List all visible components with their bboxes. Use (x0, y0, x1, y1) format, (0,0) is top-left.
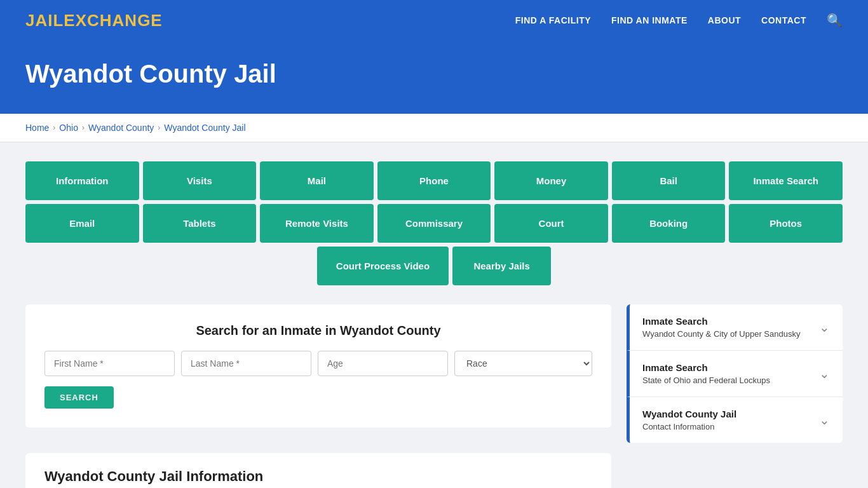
btn-photos[interactable]: Photos (729, 204, 843, 243)
page-title: Wyandot County Jail (25, 60, 843, 88)
header: JAILEXCHANGE FIND A FACILITY FIND AN INM… (0, 0, 868, 41)
race-select[interactable]: Race White Black Hispanic Asian Other (454, 351, 592, 376)
sidebar-card-1-subtitle: Wyandot County & City of Upper Sandusky (642, 329, 800, 339)
sidebar-card-2-title: Inmate Search (642, 362, 770, 373)
sidebar-card-contact[interactable]: Wyandot County Jail Contact Information … (627, 397, 843, 443)
breadcrumb-sep-2: › (82, 123, 85, 132)
logo[interactable]: JAILEXCHANGE (25, 11, 163, 30)
logo-exchange: EXCHANGE (64, 11, 162, 30)
main-nav: FIND A FACILITY FIND AN INMATE ABOUT CON… (515, 13, 843, 28)
nav-contact[interactable]: CONTACT (761, 15, 806, 25)
nav-about[interactable]: ABOUT (708, 15, 741, 25)
jail-info-section: Wyandot County Jail Information (25, 453, 611, 488)
breadcrumb-home[interactable]: Home (25, 123, 49, 133)
sidebar-card-1-title: Inmate Search (642, 316, 800, 327)
hero-section: Wyandot County Jail (0, 41, 868, 114)
btn-phone[interactable]: Phone (377, 161, 491, 200)
nav-find-inmate[interactable]: FIND AN INMATE (611, 15, 688, 25)
first-name-input[interactable] (44, 351, 175, 376)
btn-mail[interactable]: Mail (260, 161, 374, 200)
buttons-row-3: Court Process Video Nearby Jails (25, 247, 843, 285)
breadcrumb-wyandot-county[interactable]: Wyandot County (88, 123, 154, 133)
buttons-row-1: Information Visits Mail Phone Money Bail… (25, 161, 843, 200)
inmate-search-panel: Search for an Inmate in Wyandot County R… (25, 304, 611, 428)
age-input[interactable] (318, 351, 448, 376)
sidebar: Inmate Search Wyandot County & City of U… (627, 304, 843, 443)
btn-nearby-jails[interactable]: Nearby Jails (452, 247, 551, 285)
breadcrumb: Home › Ohio › Wyandot County › Wyandot C… (25, 123, 843, 133)
sidebar-card-inmate-search-2[interactable]: Inmate Search State of Ohio and Federal … (627, 351, 843, 397)
lower-section: Search for an Inmate in Wyandot County R… (25, 304, 843, 488)
btn-bail[interactable]: Bail (612, 161, 726, 200)
breadcrumb-sep-1: › (53, 123, 55, 132)
buttons-row-2: Email Tablets Remote Visits Commissary C… (25, 204, 843, 243)
breadcrumb-sep-3: › (158, 123, 160, 132)
btn-remote-visits[interactable]: Remote Visits (260, 204, 374, 243)
sidebar-card-2-subtitle: State of Ohio and Federal Lockups (642, 376, 770, 385)
btn-email[interactable]: Email (25, 204, 139, 243)
chevron-down-icon-3: ⌄ (819, 412, 830, 428)
logo-jail: JAIL (25, 11, 64, 30)
main-content: Information Visits Mail Phone Money Bail… (0, 142, 868, 488)
btn-visits[interactable]: Visits (143, 161, 257, 200)
btn-commissary[interactable]: Commissary (377, 204, 491, 243)
search-button[interactable]: SEARCH (44, 386, 114, 409)
breadcrumb-ohio[interactable]: Ohio (59, 123, 78, 133)
chevron-down-icon-2: ⌄ (819, 366, 830, 381)
sidebar-card-inmate-search-1[interactable]: Inmate Search Wyandot County & City of U… (627, 304, 843, 351)
sidebar-card-3-subtitle: Contact Information (642, 422, 736, 431)
btn-money[interactable]: Money (494, 161, 608, 200)
breadcrumb-bar: Home › Ohio › Wyandot County › Wyandot C… (0, 114, 868, 142)
last-name-input[interactable] (181, 351, 311, 376)
btn-information[interactable]: Information (25, 161, 139, 200)
sidebar-card-3-title: Wyandot County Jail (642, 409, 736, 419)
jail-info-title: Wyandot County Jail Information (44, 468, 592, 485)
chevron-down-icon-1: ⌄ (819, 320, 830, 335)
nav-find-facility[interactable]: FIND A FACILITY (515, 15, 591, 25)
btn-court[interactable]: Court (494, 204, 608, 243)
breadcrumb-current: Wyandot County Jail (164, 123, 245, 133)
search-panel-title: Search for an Inmate in Wyandot County (44, 323, 592, 338)
btn-booking[interactable]: Booking (612, 204, 726, 243)
btn-inmate-search[interactable]: Inmate Search (729, 161, 843, 200)
btn-tablets[interactable]: Tablets (143, 204, 257, 243)
btn-court-process-video[interactable]: Court Process Video (317, 247, 449, 285)
search-icon-button[interactable]: 🔍 (827, 13, 843, 28)
search-form-fields: Race White Black Hispanic Asian Other (44, 351, 592, 376)
